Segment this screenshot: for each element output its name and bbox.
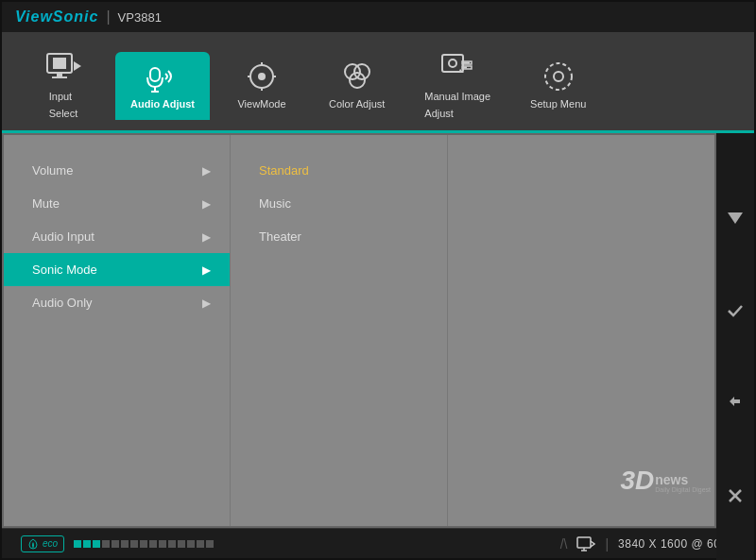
watermark-news: news bbox=[655, 473, 711, 486]
svg-point-13 bbox=[258, 73, 266, 80]
brand-model: VP3881 bbox=[118, 10, 162, 25]
svg-rect-7 bbox=[52, 76, 67, 78]
svg-point-28 bbox=[545, 63, 572, 90]
monitor-frame: ViewSonic | VP3881 bbox=[0, 0, 756, 560]
svg-marker-8 bbox=[74, 61, 81, 71]
nav-item-color-adjust[interactable]: Color Adjust bbox=[314, 52, 400, 120]
eco-badge: eco bbox=[21, 535, 64, 552]
arrow-icon: ▶ bbox=[202, 197, 211, 211]
brand-bar: ViewSonic | VP3881 bbox=[2, 2, 754, 32]
nav-label-color-adjust: Color Adjust bbox=[329, 97, 385, 110]
watermark-subtitle: Daily Digital Digest bbox=[655, 486, 711, 494]
main-content: Volume ▶ Mute ▶ Audio Input ▶ Sonic Mo bbox=[2, 133, 716, 528]
arrow-icon-active: ▶ bbox=[202, 263, 211, 277]
eco-label: eco bbox=[43, 538, 58, 549]
menu-item-sonic-mode[interactable]: Sonic Mode ▶ bbox=[4, 253, 230, 286]
eco-icon bbox=[27, 538, 39, 550]
svg-rect-5 bbox=[53, 58, 66, 69]
nav-item-manual-image-adjust[interactable]: Manual ImageAdjust bbox=[409, 42, 506, 130]
arrow-icon: ▶ bbox=[202, 297, 211, 310]
nav-label-audio-adjust: Audio Adjust bbox=[130, 97, 195, 110]
menu-middle: Standard Music Theater bbox=[231, 135, 448, 526]
svg-point-22 bbox=[449, 59, 456, 67]
viewmode-icon bbox=[243, 59, 281, 93]
input-select-icon bbox=[44, 49, 82, 83]
manual-image-adjust-icon bbox=[438, 49, 476, 83]
audio-adjust-icon bbox=[144, 59, 181, 93]
progress-bar bbox=[74, 540, 551, 548]
svg-rect-21 bbox=[442, 55, 463, 72]
nav-label-manual-image: Manual ImageAdjust bbox=[424, 87, 490, 121]
arrow-icon: ▶ bbox=[202, 230, 211, 244]
setup-menu-icon bbox=[540, 59, 577, 93]
menu-item-audio-input[interactable]: Audio Input ▶ bbox=[4, 220, 230, 253]
menu-item-mute[interactable]: Mute ▶ bbox=[4, 187, 230, 220]
nav-label-input-select: InputSelect bbox=[49, 87, 78, 121]
watermark: 3D news Daily Digital Digest bbox=[620, 467, 711, 494]
divider-1: /\ bbox=[560, 536, 568, 552]
svg-rect-6 bbox=[57, 73, 62, 76]
nav-item-input-select[interactable]: InputSelect bbox=[21, 42, 106, 130]
arrow-icon: ▶ bbox=[202, 164, 211, 178]
submenu-item-theater[interactable]: Theater bbox=[231, 220, 447, 253]
menu-item-volume[interactable]: Volume ▶ bbox=[4, 154, 230, 187]
submenu-item-standard[interactable]: Standard bbox=[231, 154, 447, 187]
nav-item-setup-menu[interactable]: Setup Menu bbox=[515, 52, 601, 120]
svg-rect-29 bbox=[577, 537, 591, 548]
menu-left: Volume ▶ Mute ▶ Audio Input ▶ Sonic Mo bbox=[4, 135, 231, 526]
nav-label-setup-menu: Setup Menu bbox=[530, 97, 586, 110]
watermark-3d: 3D bbox=[620, 467, 654, 494]
nav-bar: InputSelect A bbox=[2, 32, 754, 133]
osd-container: InputSelect A bbox=[2, 32, 754, 528]
osd-content: InputSelect A bbox=[2, 32, 754, 528]
svg-rect-9 bbox=[150, 68, 160, 81]
brand-name: ViewSonic bbox=[15, 8, 98, 25]
divider-2: | bbox=[605, 536, 609, 552]
nav-label-viewmode: ViewMode bbox=[237, 97, 285, 110]
menu-area: Volume ▶ Mute ▶ Audio Input ▶ Sonic Mo bbox=[2, 133, 716, 528]
svg-point-20 bbox=[350, 73, 365, 88]
submenu-item-music[interactable]: Music bbox=[231, 187, 447, 220]
menu-item-audio-only[interactable]: Audio Only ▶ bbox=[4, 286, 230, 319]
nav-item-audio-adjust[interactable]: Audio Adjust bbox=[115, 52, 210, 120]
input-type-icon bbox=[576, 536, 595, 552]
brand-divider: | bbox=[106, 8, 110, 25]
svg-point-19 bbox=[354, 64, 369, 79]
status-bar: eco /\ | 3840 X 1600 @ 60H bbox=[2, 528, 754, 558]
svg-point-27 bbox=[554, 72, 563, 81]
color-adjust-icon bbox=[338, 59, 376, 93]
nav-item-viewmode[interactable]: ViewMode bbox=[219, 52, 304, 120]
